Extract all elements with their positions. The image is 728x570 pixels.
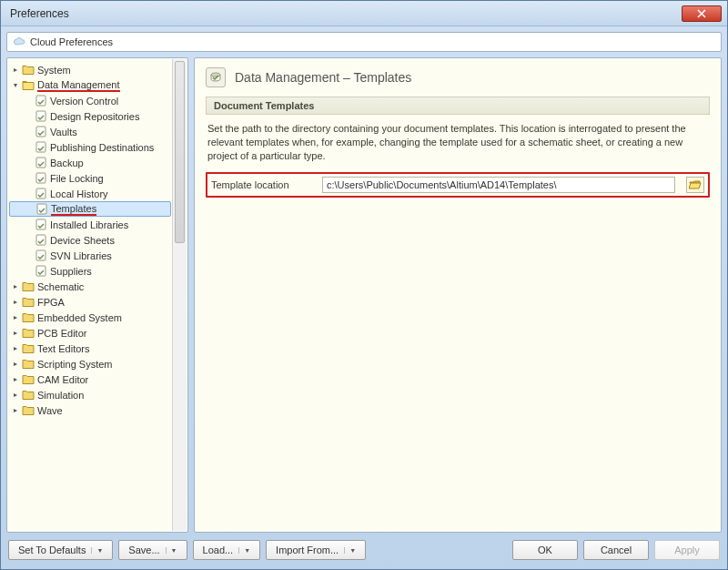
svg-rect-0 xyxy=(36,96,46,106)
tree-item-vaults[interactable]: Vaults xyxy=(9,124,171,139)
tree-item-templates[interactable]: Templates xyxy=(9,201,171,217)
page-icon xyxy=(35,265,47,277)
svg-rect-4 xyxy=(36,158,46,168)
expander-closed-icon[interactable]: ▸ xyxy=(11,375,19,383)
tree-item-text-editors[interactable]: ▸ Text Editors xyxy=(9,341,171,356)
expander-closed-icon[interactable]: ▸ xyxy=(11,344,19,352)
tree-item-simulation[interactable]: ▸ Simulation xyxy=(9,387,171,402)
expander-open-icon[interactable]: ▾ xyxy=(11,81,19,89)
cloud-preferences-bar[interactable]: Cloud Preferences xyxy=(6,32,722,52)
folder-icon xyxy=(22,64,35,76)
page-icon xyxy=(35,234,47,246)
page-icon xyxy=(35,157,47,168)
page-icon xyxy=(35,219,47,230)
import-from-button[interactable]: Import From...▼ xyxy=(266,540,366,560)
page-icon xyxy=(35,110,47,122)
section-description: Set the path to the directory containing… xyxy=(207,122,708,163)
svg-rect-10 xyxy=(36,250,46,260)
folder-icon xyxy=(22,280,35,292)
expander-closed-icon[interactable]: ▸ xyxy=(11,282,19,290)
page-icon xyxy=(35,95,47,107)
expander-closed-icon[interactable]: ▸ xyxy=(11,391,19,399)
set-defaults-button[interactable]: Set To Defaults▼ xyxy=(8,540,113,560)
scrollbar-thumb[interactable] xyxy=(175,61,185,243)
titlebar[interactable]: Preferences xyxy=(1,1,727,26)
preferences-tree[interactable]: ▸ System▾ Data Management Version Contro… xyxy=(6,57,188,533)
svg-rect-8 xyxy=(36,219,46,229)
folder-icon xyxy=(22,358,35,370)
tree-item-embedded-system[interactable]: ▸ Embedded System xyxy=(9,310,171,325)
tree-item-schematic[interactable]: ▸ Schematic xyxy=(9,279,171,294)
load-button[interactable]: Load...▼ xyxy=(193,540,261,560)
folder-icon xyxy=(22,389,35,401)
tree-scrollbar[interactable] xyxy=(172,59,187,531)
tree-item-suppliers[interactable]: Suppliers xyxy=(9,263,171,279)
chevron-down-icon[interactable]: ▼ xyxy=(91,547,103,554)
cloud-preferences-label: Cloud Preferences xyxy=(30,36,113,47)
tree-item-local-history[interactable]: Local History xyxy=(9,186,171,201)
tree-item-cam-editor[interactable]: ▸ CAM Editor xyxy=(9,372,171,387)
svg-rect-6 xyxy=(36,188,46,198)
folder-icon xyxy=(22,311,35,323)
content-pane: Data Management – Templates Document Tem… xyxy=(194,57,722,533)
section-header: Document Templates xyxy=(206,97,710,115)
tree-item-device-sheets[interactable]: Device Sheets xyxy=(9,232,171,248)
tree-item-svn-libraries[interactable]: SVN Libraries xyxy=(9,248,171,263)
tree-item-design-repositories[interactable]: Design Repositories xyxy=(9,108,171,124)
save-button[interactable]: Save...▼ xyxy=(118,540,187,560)
tree-item-file-locking[interactable]: File Locking xyxy=(9,170,171,186)
page-icon xyxy=(35,141,47,153)
tree-item-version-control[interactable]: Version Control xyxy=(9,93,171,108)
svg-rect-2 xyxy=(36,127,46,137)
page-icon xyxy=(35,188,47,199)
cancel-button[interactable]: Cancel xyxy=(583,540,649,560)
chevron-down-icon[interactable]: ▼ xyxy=(166,547,177,554)
template-location-input[interactable] xyxy=(322,177,675,193)
folder-icon xyxy=(22,296,35,308)
close-icon xyxy=(697,9,706,18)
folder-icon xyxy=(22,342,35,354)
svg-rect-1 xyxy=(36,111,46,121)
tree-item-data-management[interactable]: ▾ Data Management xyxy=(9,77,171,93)
expander-closed-icon[interactable]: ▸ xyxy=(11,313,19,321)
tree-item-fpga[interactable]: ▸ FPGA xyxy=(9,294,171,310)
page-icon xyxy=(35,249,47,261)
ok-button[interactable]: OK xyxy=(512,540,578,560)
expander-closed-icon[interactable]: ▸ xyxy=(11,360,19,368)
page-icon xyxy=(35,203,48,215)
page-icon xyxy=(35,126,47,137)
chevron-down-icon[interactable]: ▼ xyxy=(238,547,250,554)
browse-button[interactable] xyxy=(686,177,704,193)
expander-closed-icon[interactable]: ▸ xyxy=(11,329,19,337)
svg-rect-3 xyxy=(36,142,46,152)
folder-icon xyxy=(22,373,35,385)
template-location-row: Template location xyxy=(206,172,710,198)
svg-point-12 xyxy=(211,73,220,76)
svg-rect-7 xyxy=(37,204,46,214)
tree-item-system[interactable]: ▸ System xyxy=(9,62,171,77)
window-title: Preferences xyxy=(10,7,682,20)
expander-closed-icon[interactable]: ▸ xyxy=(11,298,19,306)
checkmark-db-icon xyxy=(209,71,222,84)
cloud-icon xyxy=(13,37,25,46)
svg-rect-9 xyxy=(36,235,46,245)
chevron-down-icon[interactable]: ▼ xyxy=(344,547,356,554)
preferences-window: Preferences Cloud Preferences ▸ System▾ … xyxy=(0,0,728,570)
tree-item-backup[interactable]: Backup xyxy=(9,155,171,170)
tree-item-installed-libraries[interactable]: Installed Libraries xyxy=(9,217,171,232)
close-button[interactable] xyxy=(682,5,722,22)
folder-icon xyxy=(22,404,35,416)
folder-open-icon xyxy=(689,179,702,190)
dialog-footer: Set To Defaults▼ Save...▼ Load...▼ Impor… xyxy=(6,533,722,564)
page-icon xyxy=(35,172,47,184)
tree-item-scripting-system[interactable]: ▸ Scripting System xyxy=(9,356,171,372)
tree-item-wave[interactable]: ▸ Wave xyxy=(9,402,171,418)
tree-item-publishing-destinations[interactable]: Publishing Destinations xyxy=(9,139,171,155)
apply-button[interactable]: Apply xyxy=(654,540,720,560)
folder-icon xyxy=(22,327,35,339)
folder-open-icon xyxy=(22,79,35,91)
expander-closed-icon[interactable]: ▸ xyxy=(11,66,19,74)
tree-item-pcb-editor[interactable]: ▸ PCB Editor xyxy=(9,325,171,341)
expander-closed-icon[interactable]: ▸ xyxy=(11,406,19,414)
page-title: Data Management – Templates xyxy=(235,70,411,85)
